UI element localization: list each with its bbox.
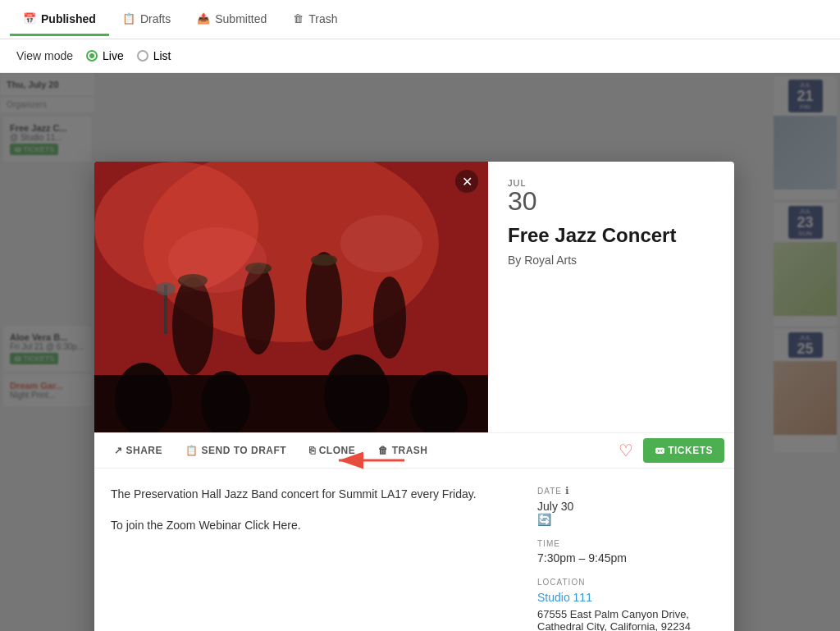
event-month: JUL (508, 178, 714, 188)
top-navigation: 📅 Published 📋 Drafts 📤 Submitted 🗑 Trash (0, 0, 840, 39)
tab-trash[interactable]: 🗑 Trash (280, 4, 350, 36)
event-date-badge: JUL 30 (508, 178, 714, 214)
concert-background (94, 162, 488, 432)
svg-point-12 (311, 254, 337, 266)
view-mode-label: View mode (16, 49, 73, 62)
tab-trash-label: Trash (308, 12, 337, 25)
date-section: DATE ℹ July 30 🔄 (537, 485, 718, 526)
tickets-label: TICKETS (668, 445, 713, 456)
list-label: List (153, 49, 171, 62)
modal-body: The Preservation Hall Jazz Band concert … (94, 469, 734, 631)
modal-top-section: ✕ JUL 30 Free Jazz Concert By Royal Arts (94, 162, 734, 432)
description-paragraph-2: To join the Zoom Webinar Click Here. (111, 516, 518, 534)
repeat-icon[interactable]: 🔄 (537, 513, 718, 526)
arrow-annotation (335, 450, 409, 470)
submitted-icon: 📤 (197, 12, 210, 25)
modal-close-button[interactable]: ✕ (455, 170, 478, 193)
live-label: Live (103, 49, 124, 62)
location-address: 67555 East Palm Canyon Drive, Cathedral … (537, 608, 718, 631)
list-radio-dot (137, 50, 148, 62)
concert-svg (94, 162, 488, 432)
trash-nav-icon: 🗑 (293, 12, 304, 25)
svg-point-9 (156, 282, 176, 295)
live-radio-dot (86, 50, 98, 62)
tab-submitted-label: Submitted (215, 12, 267, 25)
tickets-button[interactable]: 🎟 TICKETS (643, 438, 724, 463)
share-label: SHARE (126, 445, 163, 456)
view-mode-live[interactable]: Live (86, 49, 124, 62)
event-details-sidebar: DATE ℹ July 30 🔄 TIME 7:30pm – 9:45pm LO… (537, 485, 718, 631)
view-mode-bar: View mode Live List (0, 39, 840, 73)
draft-icon: 📋 (185, 445, 199, 456)
view-mode-options: Live List (86, 49, 171, 62)
clone-icon: ⎘ (309, 445, 316, 456)
date-label: DATE ℹ (537, 485, 718, 496)
event-title: Free Jazz Concert (508, 224, 714, 247)
time-label: TIME (537, 539, 718, 548)
tickets-icon: 🎟 (655, 445, 665, 456)
time-value: 7:30pm – 9:45pm (537, 551, 718, 565)
time-label-text: TIME (537, 539, 560, 548)
date-value: July 30 (537, 500, 718, 513)
svg-point-17 (168, 227, 267, 293)
tab-published-label: Published (41, 12, 96, 25)
view-mode-list[interactable]: List (137, 49, 171, 62)
svg-point-7 (373, 277, 406, 359)
event-description: The Preservation Hall Jazz Band concert … (111, 485, 518, 631)
svg-point-6 (306, 252, 342, 350)
main-content: Thu, July 20 Organizers Free Jazz C... @… (0, 73, 840, 631)
svg-point-18 (340, 215, 422, 272)
share-button[interactable]: ↗ SHARE (104, 440, 172, 461)
tab-submitted[interactable]: 📤 Submitted (184, 4, 280, 36)
drafts-icon: 📋 (122, 12, 135, 25)
tab-published[interactable]: 📅 Published (10, 4, 109, 36)
tab-drafts-label: Drafts (140, 12, 171, 25)
favorite-button[interactable]: ♡ (612, 437, 640, 464)
tab-drafts[interactable]: 📋 Drafts (109, 4, 184, 36)
event-image: ✕ (94, 162, 488, 432)
red-arrow (335, 450, 409, 470)
modal-action-bar: ↗ SHARE 📋 SEND TO DRAFT ⎘ CLONE 🗑 TRASH … (94, 432, 734, 469)
share-icon: ↗ (114, 445, 123, 456)
send-to-draft-label: SEND TO DRAFT (202, 445, 287, 456)
event-organizer: By Royal Arts (508, 254, 714, 267)
event-day: 30 (508, 188, 714, 214)
location-section: LOCATION Studio 111 67555 East Palm Cany… (537, 578, 718, 631)
calendar-icon: 📅 (23, 12, 36, 25)
event-modal: ✕ JUL 30 Free Jazz Concert By Royal Arts… (94, 162, 734, 631)
date-info-icon: ℹ (565, 485, 570, 496)
modal-info-panel: JUL 30 Free Jazz Concert By Royal Arts (488, 162, 734, 432)
description-paragraph-1: The Preservation Hall Jazz Band concert … (111, 485, 518, 503)
location-name-link[interactable]: Studio 111 (537, 591, 592, 604)
location-label-text: LOCATION (537, 578, 585, 587)
location-label: LOCATION (537, 578, 718, 587)
time-section: TIME 7:30pm – 9:45pm (537, 539, 718, 565)
date-label-text: DATE (537, 487, 562, 496)
send-to-draft-button[interactable]: 📋 SEND TO DRAFT (176, 440, 296, 461)
